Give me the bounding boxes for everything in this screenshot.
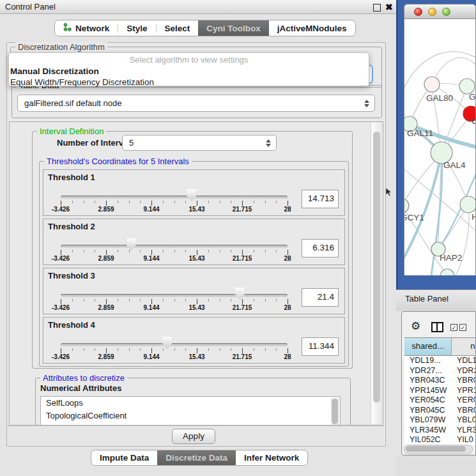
tab-jactivemnodules[interactable]: jActiveMNodules (269, 20, 355, 36)
threshold-1-value-field[interactable]: 14.713 (302, 190, 339, 208)
settings-scroll-panel: Interval Definition Number of Intervals … (9, 121, 383, 426)
slider-tick (197, 299, 197, 304)
slider-tick-label: 2.859 (87, 206, 125, 213)
slider-tick (174, 348, 175, 351)
slider-tick-label: 15.43 (178, 255, 216, 262)
zoom-traffic-light[interactable] (442, 8, 450, 16)
number-of-intervals-combobox[interactable]: 5 (122, 135, 277, 151)
tab-cyni-toolbox[interactable]: Cyni Toolbox (198, 20, 269, 36)
tab-select[interactable]: Select (157, 20, 199, 36)
threshold-2-slider-track[interactable] (61, 245, 288, 248)
slider-tick (265, 299, 266, 302)
columns-icon[interactable] (431, 322, 443, 332)
slider-tick (106, 299, 107, 304)
node-gcy1[interactable] (404, 199, 409, 213)
combobox-arrows-icon (364, 100, 369, 107)
discretization-algorithm-label: Discretization Algorithm (15, 42, 107, 52)
table-row[interactable]: YLR345WYLR3 (404, 426, 476, 436)
slider-tick (276, 299, 277, 302)
table-horizontal-scrollbar[interactable] (404, 445, 473, 454)
threshold-4-slider-thumb[interactable] (162, 337, 172, 349)
node-table: shared... na YDL19...YDL1 YDR27...YDR2 Y… (404, 337, 476, 445)
slider-tick-label: 2.859 (87, 304, 125, 311)
slider-tick-label: 21.715 (223, 206, 261, 213)
tab-network[interactable]: Network (55, 20, 118, 36)
column-header-name[interactable]: na (452, 338, 476, 355)
network-canvas[interactable]: GAL80 GA C GAL11 GAL4 GCY1 H HAP2 (404, 19, 475, 275)
column-header-shared-name[interactable]: shared... (404, 338, 452, 355)
close-icon[interactable]: ✖ (385, 1, 393, 13)
node-label: GAL4 (443, 160, 466, 170)
threshold-3-value-field[interactable]: 21.4 (302, 288, 339, 307)
slider-tick-label: 15.43 (178, 206, 216, 213)
float-window-icon[interactable] (373, 4, 381, 12)
tab-infer-network[interactable]: Infer Network (236, 450, 307, 465)
table-row[interactable]: YIL052CYIL0 (404, 435, 476, 445)
list-item[interactable]: SelfLoops (41, 397, 340, 410)
slider-tick (95, 348, 95, 351)
table-row[interactable]: YBR045CYBR0 (404, 406, 476, 416)
screen: Control Panel ✖ Network Style Select Cyn… (0, 0, 476, 476)
slider-tick (106, 201, 107, 206)
slider-tick (84, 348, 84, 351)
tab-discretize-data[interactable]: Discretize Data (157, 450, 236, 465)
threshold-2-value-field[interactable]: 6.316 (302, 239, 339, 257)
table-row[interactable]: YDR27...YDR2 (404, 366, 476, 376)
slider-tick (118, 250, 118, 252)
interval-definition-group: Interval Definition Number of Intervals … (32, 131, 353, 369)
slider-tick (185, 250, 186, 252)
threshold-2-slider-thumb[interactable] (127, 238, 136, 250)
table-row[interactable]: YBR043CYBR0 (404, 376, 476, 386)
threshold-3-slider-track[interactable] (61, 294, 288, 297)
slider-tick (84, 201, 84, 203)
table-row[interactable]: YER054CYER0 (404, 395, 476, 406)
checkbox-icon[interactable]: ✓ (459, 324, 466, 331)
slider-tick (129, 299, 130, 302)
slider-tick-label: -3.426 (42, 206, 80, 213)
gear-icon[interactable]: ⚙ (411, 321, 420, 332)
slider-tick (118, 299, 118, 302)
slider-tick (220, 348, 220, 351)
threshold-1-slider-thumb[interactable] (187, 189, 196, 201)
checkbox-icon[interactable]: ✓ (450, 324, 457, 331)
table-row[interactable]: YDL19...YDL1 (404, 356, 476, 366)
attributes-group: Attributes to discretize Numerical Attri… (35, 378, 351, 426)
thresholds-group-label: Threshold's Coordinates for 5 Intervals (44, 157, 192, 166)
tab-style[interactable]: Style (118, 20, 155, 36)
table-row[interactable]: YPR145WYPR1 (404, 386, 476, 396)
node-label: HAP2 (440, 253, 462, 263)
dropdown-item-manual[interactable]: Manual Discretization (10, 66, 99, 76)
dropdown-item-equal-width[interactable]: Equal Width/Frequency Discretization (10, 77, 154, 87)
table-data-combobox[interactable]: galFiltered.sif default node (17, 95, 375, 112)
close-traffic-light[interactable] (414, 8, 422, 16)
minimize-traffic-light[interactable] (428, 8, 436, 16)
tab-impute-data[interactable]: Impute Data (91, 450, 157, 465)
node-right-h[interactable] (460, 196, 475, 213)
slider-tick (95, 250, 95, 252)
control-panel-tabbar: Network Style Select Cyni Toolbox jActiv… (54, 20, 356, 36)
attributes-group-label: Attributes to discretize (40, 373, 127, 383)
settings-scrollbar[interactable] (371, 123, 382, 424)
slider-tick-label: 15.43 (178, 353, 216, 360)
threshold-4-value-field[interactable]: 11.344 (302, 337, 339, 356)
table-data-group: Table Data galFiltered.sif default node (12, 85, 382, 118)
node-bottom-partial[interactable] (440, 269, 454, 275)
list-scrollbar[interactable] (331, 397, 339, 426)
dropdown-prompt: Select algorithm to view settings (9, 55, 369, 65)
slider-tick (265, 250, 266, 252)
list-item[interactable]: TopologicalCoefficient (41, 410, 340, 422)
slider-tick-label: -3.426 (42, 255, 80, 262)
threshold-1-slider-track[interactable] (61, 196, 288, 199)
slider-tick (197, 201, 197, 206)
network-window-titlebar[interactable] (404, 4, 475, 19)
table-row[interactable]: YBL079WYBL0 (404, 415, 476, 426)
node-gal80[interactable] (424, 77, 440, 92)
slider-tick (288, 201, 288, 206)
table-panel-titlebar: Table Panel (396, 289, 476, 311)
threshold-3-slider-thumb[interactable] (235, 288, 245, 300)
slider-tick (129, 250, 130, 252)
threshold-4-slider-track[interactable] (61, 343, 288, 346)
apply-strip: Apply (7, 426, 384, 445)
slider-tick (242, 201, 243, 206)
apply-button[interactable]: Apply (172, 429, 215, 444)
